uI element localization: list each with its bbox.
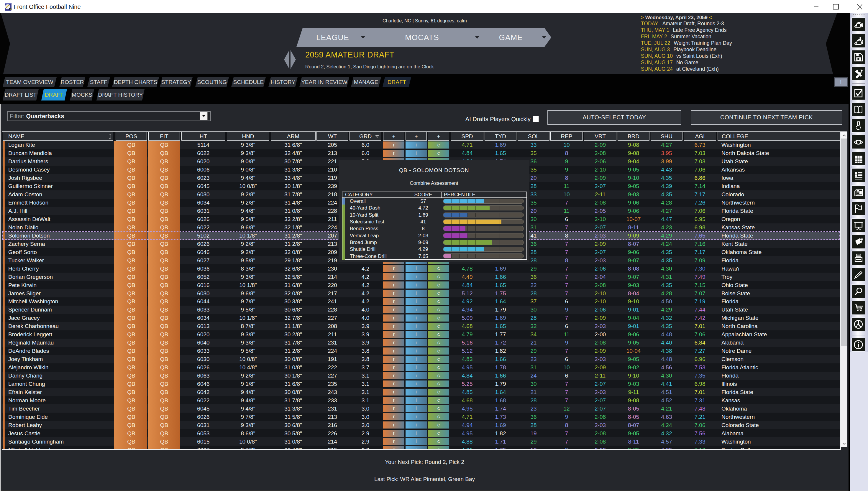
svg-text:9: 9	[9, 8, 11, 10]
